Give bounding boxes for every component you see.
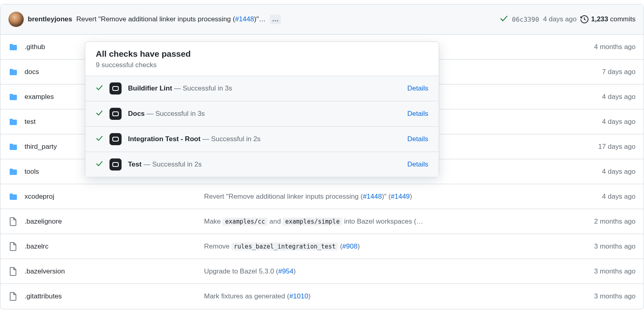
file-date: 4 months ago [563, 43, 636, 51]
commit-message-cell[interactable]: Remove rules_bazel_integration_test (#90… [204, 243, 557, 251]
file-row: .gitattributesMark fixtures as generated… [0, 284, 644, 309]
check-details-link[interactable]: Details [407, 84, 428, 92]
check-row: Test — Successful in 2sDetails [85, 152, 439, 177]
file-date: 4 days ago [563, 118, 636, 126]
file-list-container: brentleyjones Revert "Remove additional … [0, 4, 644, 309]
issue-link[interactable]: #954 [278, 267, 293, 275]
check-success-icon [96, 160, 103, 169]
folder-icon [8, 118, 18, 125]
file-row: xcodeprojRevert "Remove additional linke… [0, 184, 644, 209]
issue-link[interactable]: #1449 [391, 193, 410, 200]
file-date: 3 months ago [563, 292, 636, 300]
commit-message-cell[interactable]: Make examples/cc and examples/simple int… [204, 218, 557, 226]
check-row: Buildifier Lint — Successful in 3sDetail… [85, 76, 439, 101]
folder-icon [8, 68, 18, 76]
file-name-link[interactable]: .bazelversion [25, 267, 198, 275]
issue-link[interactable]: #1448 [363, 193, 382, 200]
check-details-link[interactable]: Details [407, 110, 428, 118]
check-success-icon [96, 109, 103, 119]
file-date: 3 months ago [563, 267, 636, 275]
file-date: 3 months ago [563, 243, 636, 251]
latest-commit-bar: brentleyjones Revert "Remove additional … [0, 4, 644, 35]
file-icon [8, 217, 18, 226]
commit-message-cell[interactable]: Revert "Remove additional linker inputs … [204, 193, 557, 201]
check-details-link[interactable]: Details [407, 160, 428, 169]
history-icon [580, 15, 588, 23]
checks-subtitle: 9 successful checks [96, 61, 428, 69]
issue-link[interactable]: #908 [342, 243, 357, 250]
file-date: 7 days ago [563, 68, 636, 76]
inline-code: rules_bazel_integration_test [231, 243, 338, 251]
file-icon [8, 292, 18, 301]
commit-sha-link[interactable]: 06c3390 [512, 16, 539, 23]
check-label: Integration Test - Root — Successful in … [128, 135, 260, 143]
check-app-icon[interactable] [109, 82, 122, 95]
check-row: Docs — Successful in 3sDetails [85, 101, 439, 126]
file-icon [8, 242, 18, 251]
commit-message-cell[interactable]: Mark fixtures as generated (#1010) [204, 292, 557, 300]
inline-code: examples/cc [223, 218, 267, 226]
folder-icon [8, 193, 18, 200]
check-label: Buildifier Lint — Successful in 3s [128, 84, 232, 92]
check-row: Integration Test - Root — Successful in … [85, 126, 439, 152]
check-success-icon [96, 135, 103, 144]
file-date: 4 days ago [563, 93, 636, 101]
checks-popover: All checks have passed 9 successful chec… [85, 41, 439, 177]
inline-code: examples/simple [283, 218, 342, 226]
file-name-link[interactable]: xcodeproj [25, 193, 198, 201]
check-app-icon[interactable] [109, 133, 122, 145]
commits-history-link[interactable]: 1,233 commits [580, 15, 636, 23]
file-date: 4 days ago [563, 168, 636, 176]
folder-icon [8, 143, 18, 150]
check-app-icon[interactable] [109, 108, 122, 120]
folder-icon [8, 168, 18, 175]
check-label: Test — Successful in 2s [128, 160, 202, 169]
file-row: .bazelrcRemove rules_bazel_integration_t… [0, 234, 644, 259]
commit-time: 4 days ago [543, 15, 576, 23]
file-row: .bazelignoreMake examples/cc and example… [0, 209, 644, 234]
file-row: .bazelversionUpgrade to Bazel 5.3.0 (#95… [0, 259, 644, 284]
folder-icon [8, 43, 18, 51]
checks-title: All checks have passed [96, 49, 428, 59]
checks-status-icon[interactable] [500, 14, 508, 25]
checks-popover-header: All checks have passed 9 successful chec… [85, 42, 439, 76]
commit-message[interactable]: Revert "Remove additional linker inputs … [76, 15, 266, 23]
folder-icon [8, 93, 18, 101]
file-name-link[interactable]: .bazelrc [25, 243, 198, 251]
check-app-icon[interactable] [109, 158, 122, 171]
file-date: 4 days ago [563, 193, 636, 201]
file-date: 2 months ago [563, 218, 636, 226]
file-date: 17 days ago [563, 143, 636, 151]
author-link[interactable]: brentleyjones [28, 15, 72, 23]
check-details-link[interactable]: Details [407, 135, 428, 143]
author-avatar[interactable] [8, 12, 24, 27]
issue-link[interactable]: #1010 [289, 292, 308, 300]
check-success-icon [96, 84, 103, 93]
expand-commit-button[interactable]: … [270, 14, 281, 24]
check-label: Docs — Successful in 3s [128, 110, 205, 118]
commit-message-cell[interactable]: Upgrade to Bazel 5.3.0 (#954) [204, 267, 557, 275]
commit-pr-link[interactable]: #1448 [235, 15, 254, 23]
file-icon [8, 267, 18, 276]
file-name-link[interactable]: .gitattributes [25, 292, 198, 300]
file-name-link[interactable]: .bazelignore [25, 218, 198, 226]
